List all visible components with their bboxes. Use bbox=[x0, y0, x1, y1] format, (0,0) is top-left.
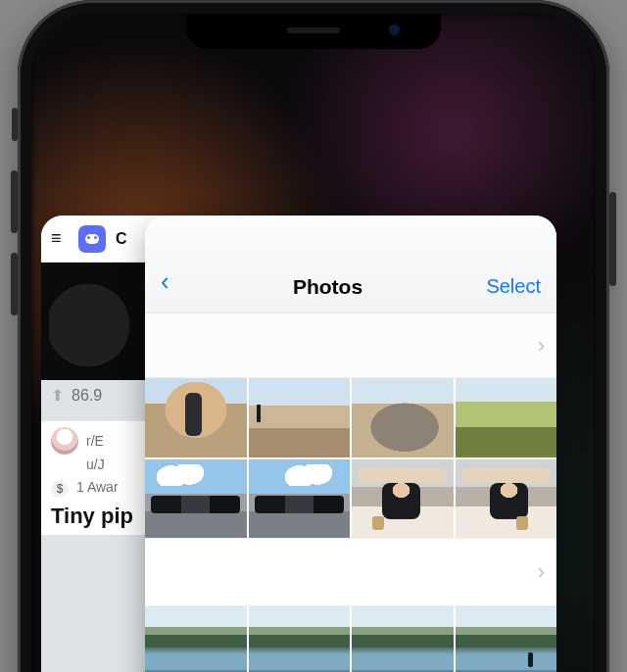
phone-power-button bbox=[609, 192, 616, 286]
photo-thumbnail[interactable] bbox=[249, 606, 351, 672]
phone-volume-down bbox=[11, 253, 18, 315]
chevron-right-icon: › bbox=[538, 333, 545, 359]
photo-thumbnail[interactable] bbox=[145, 459, 247, 539]
photo-grid-1 bbox=[145, 378, 556, 538]
select-button[interactable]: Select bbox=[486, 275, 541, 301]
phone-volume-up bbox=[11, 170, 18, 233]
display-notch bbox=[186, 14, 441, 49]
reddit-header-text: C bbox=[116, 230, 127, 248]
photo-thumbnail[interactable] bbox=[456, 459, 557, 539]
photo-thumbnail[interactable] bbox=[249, 378, 351, 457]
photos-section-header[interactable]: › bbox=[145, 538, 556, 606]
photo-thumbnail[interactable] bbox=[145, 378, 247, 457]
screen: ⫿ ≡ C R ⬆ 86.9 r/E bbox=[31, 14, 596, 672]
phone-silence-switch bbox=[12, 108, 18, 141]
photo-thumbnail[interactable] bbox=[352, 459, 454, 539]
app-card-photos[interactable]: Photos ‹ Photos Select › › bbox=[145, 216, 556, 672]
snoo-avatar-icon bbox=[78, 225, 106, 253]
chevron-right-icon: › bbox=[538, 559, 545, 585]
hamburger-icon[interactable]: ≡ bbox=[51, 228, 69, 249]
photo-thumbnail[interactable] bbox=[145, 606, 247, 672]
photo-thumbnail[interactable] bbox=[456, 606, 557, 672]
upvote-icon[interactable]: ⬆ bbox=[51, 386, 64, 405]
photos-section-header[interactable]: › bbox=[145, 313, 556, 378]
photo-thumbnail[interactable] bbox=[352, 378, 454, 457]
iphone-frame: ⫿ ≡ C R ⬆ 86.9 r/E bbox=[18, 0, 609, 672]
user-avatar-icon bbox=[51, 427, 78, 455]
earpiece-speaker bbox=[287, 27, 340, 33]
photo-thumbnail[interactable] bbox=[456, 378, 557, 457]
subreddit-label: r/E bbox=[86, 433, 104, 449]
reddit-thumbnail-letter: R bbox=[115, 336, 139, 374]
photo-thumbnail[interactable] bbox=[352, 606, 454, 672]
back-button[interactable]: ‹ bbox=[161, 266, 169, 301]
username-label: u/J bbox=[86, 456, 105, 472]
award-icon: $ bbox=[51, 480, 69, 498]
photos-nav-bar: ‹ Photos Select bbox=[145, 216, 556, 313]
photo-thumbnail[interactable] bbox=[249, 459, 351, 539]
photos-title: Photos bbox=[293, 275, 362, 301]
front-camera bbox=[389, 24, 400, 35]
vote-count: 86.9 bbox=[72, 387, 102, 405]
photo-grid-2 bbox=[145, 606, 556, 672]
award-label: 1 Awar bbox=[76, 479, 119, 495]
